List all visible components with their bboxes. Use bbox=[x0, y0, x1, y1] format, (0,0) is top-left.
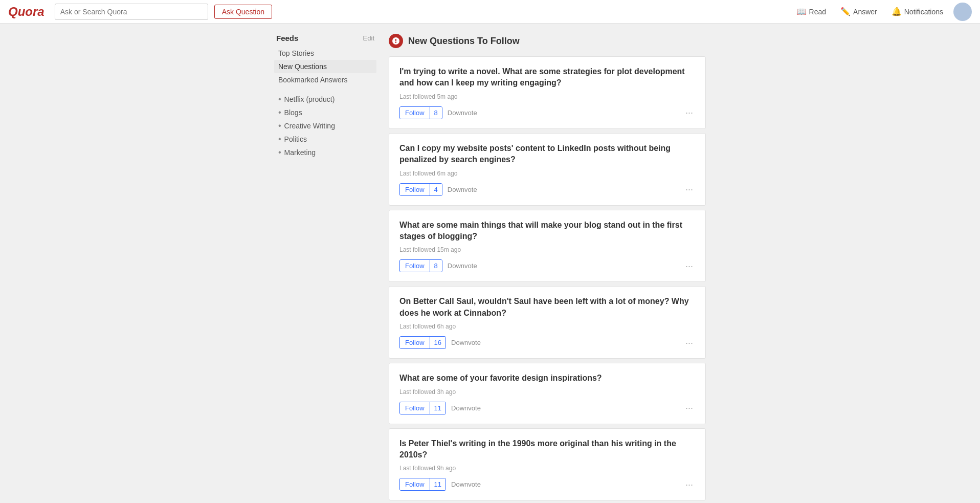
notifications-icon: 🔔 bbox=[892, 7, 902, 16]
read-icon: 📖 bbox=[796, 7, 807, 16]
question-actions: Follow 11 Downvote ··· bbox=[399, 402, 695, 414]
follow-label[interactable]: Follow bbox=[400, 478, 430, 490]
notifications-label: Notifications bbox=[904, 8, 943, 16]
quora-logo[interactable]: Quora bbox=[8, 5, 44, 19]
follow-count[interactable]: 4 bbox=[430, 184, 442, 195]
more-options-button[interactable]: ··· bbox=[683, 261, 695, 271]
question-card: On Better Call Saul, wouldn't Saul have … bbox=[389, 286, 706, 359]
follow-button[interactable]: Follow 8 bbox=[399, 259, 442, 272]
downvote-button[interactable]: Downvote bbox=[451, 402, 481, 414]
question-title[interactable]: What are some of your favorite design in… bbox=[399, 373, 695, 384]
more-options-button[interactable]: ··· bbox=[683, 185, 695, 194]
notifications-nav-item[interactable]: 🔔 Notifications bbox=[887, 5, 947, 18]
topic-label: Marketing bbox=[284, 148, 316, 157]
sidebar: Feeds Edit Top StoriesNew QuestionsBookm… bbox=[274, 34, 376, 503]
question-title[interactable]: On Better Call Saul, wouldn't Saul have … bbox=[399, 296, 695, 319]
question-actions: Follow 11 Downvote ··· bbox=[399, 478, 695, 491]
follow-button[interactable]: Follow 4 bbox=[399, 183, 442, 196]
sidebar-topic-blogs[interactable]: • Blogs bbox=[274, 106, 376, 119]
follow-label[interactable]: Follow bbox=[400, 184, 430, 195]
topic-label: Blogs bbox=[284, 108, 302, 117]
bullet-icon: • bbox=[278, 135, 281, 144]
bullet-icon: • bbox=[278, 108, 281, 117]
follow-button[interactable]: Follow 8 bbox=[399, 106, 442, 119]
sidebar-item-bookmarked-answers[interactable]: Bookmarked Answers bbox=[274, 73, 376, 86]
more-options-button[interactable]: ··· bbox=[683, 108, 695, 117]
svg-rect-1 bbox=[395, 39, 396, 41]
question-meta: Last followed 6h ago bbox=[399, 323, 695, 330]
downvote-button[interactable]: Downvote bbox=[448, 260, 477, 272]
new-questions-icon bbox=[392, 37, 399, 45]
more-options-button[interactable]: ··· bbox=[683, 403, 695, 412]
sidebar-item-top-stories[interactable]: Top Stories bbox=[274, 47, 376, 60]
bullet-icon: • bbox=[278, 95, 281, 104]
sidebar-topic-politics[interactable]: • Politics bbox=[274, 133, 376, 146]
downvote-button[interactable]: Downvote bbox=[448, 184, 477, 195]
sidebar-topic-creative-writing[interactable]: • Creative Writing bbox=[274, 119, 376, 133]
more-options-button[interactable]: ··· bbox=[683, 480, 695, 489]
follow-count[interactable]: 11 bbox=[430, 402, 446, 414]
svg-rect-2 bbox=[395, 42, 396, 43]
topic-label: Politics bbox=[284, 135, 307, 143]
answer-label: Answer bbox=[853, 8, 877, 16]
downvote-button[interactable]: Downvote bbox=[451, 337, 481, 348]
follow-button[interactable]: Follow 16 bbox=[399, 336, 446, 349]
follow-label[interactable]: Follow bbox=[400, 337, 430, 348]
more-options-button[interactable]: ··· bbox=[683, 338, 695, 347]
sidebar-item-new-questions[interactable]: New Questions bbox=[274, 60, 376, 73]
follow-count[interactable]: 11 bbox=[430, 478, 446, 490]
search-input[interactable] bbox=[55, 4, 208, 20]
follow-count[interactable]: 8 bbox=[430, 260, 442, 272]
read-label: Read bbox=[809, 8, 826, 16]
sidebar-topic-marketing[interactable]: • Marketing bbox=[274, 146, 376, 159]
topic-label: Netflix (product) bbox=[284, 95, 335, 103]
avatar[interactable] bbox=[953, 3, 972, 21]
answer-icon: ✏️ bbox=[840, 7, 851, 16]
question-card: I'm trying to write a novel. What are so… bbox=[389, 56, 706, 129]
question-actions: Follow 4 Downvote ··· bbox=[399, 183, 695, 196]
main-container: Feeds Edit Top StoriesNew QuestionsBookm… bbox=[0, 24, 980, 503]
follow-button[interactable]: Follow 11 bbox=[399, 402, 446, 414]
read-nav-item[interactable]: 📖 Read bbox=[792, 5, 830, 18]
content-area: New Questions To Follow I'm trying to wr… bbox=[389, 34, 706, 503]
question-card: What are some main things that will make… bbox=[389, 210, 706, 282]
sidebar-section-header: Feeds Edit bbox=[274, 34, 376, 42]
sidebar-topic-netflix[interactable]: • Netflix (product) bbox=[274, 93, 376, 106]
question-actions: Follow 16 Downvote ··· bbox=[399, 336, 695, 349]
bullet-icon: • bbox=[278, 148, 281, 157]
question-card: What are some of your favorite design in… bbox=[389, 363, 706, 424]
page-header: New Questions To Follow bbox=[389, 34, 706, 48]
question-meta: Last followed 9h ago bbox=[399, 465, 695, 472]
follow-button[interactable]: Follow 11 bbox=[399, 478, 446, 491]
question-title[interactable]: I'm trying to write a novel. What are so… bbox=[399, 66, 695, 89]
downvote-button[interactable]: Downvote bbox=[451, 478, 481, 490]
question-meta: Last followed 5m ago bbox=[399, 93, 695, 100]
header: Quora Ask Question 📖 Read ✏️ Answer 🔔 No… bbox=[0, 0, 980, 24]
page-header-icon bbox=[389, 34, 403, 48]
questions-list: I'm trying to write a novel. What are so… bbox=[389, 56, 706, 500]
sidebar-nav: Top StoriesNew QuestionsBookmarked Answe… bbox=[274, 47, 376, 86]
ask-question-button[interactable]: Ask Question bbox=[214, 5, 272, 19]
edit-feeds-link[interactable]: Edit bbox=[363, 34, 374, 42]
question-title[interactable]: What are some main things that will make… bbox=[399, 220, 695, 243]
downvote-button[interactable]: Downvote bbox=[448, 107, 477, 119]
question-actions: Follow 8 Downvote ··· bbox=[399, 259, 695, 272]
follow-label[interactable]: Follow bbox=[400, 402, 430, 414]
follow-count[interactable]: 8 bbox=[430, 107, 442, 119]
question-title[interactable]: Can I copy my website posts' content to … bbox=[399, 143, 695, 166]
topic-label: Creative Writing bbox=[284, 122, 335, 130]
page-title: New Questions To Follow bbox=[408, 36, 520, 47]
answer-nav-item[interactable]: ✏️ Answer bbox=[836, 5, 881, 18]
bullet-icon: • bbox=[278, 121, 281, 130]
question-actions: Follow 8 Downvote ··· bbox=[399, 106, 695, 119]
follow-count[interactable]: 16 bbox=[430, 337, 446, 348]
question-meta: Last followed 15m ago bbox=[399, 246, 695, 253]
question-meta: Last followed 3h ago bbox=[399, 388, 695, 396]
question-card: Is Peter Thiel's writing in the 1990s mo… bbox=[389, 428, 706, 501]
sidebar-topics: • Netflix (product)• Blogs• Creative Wri… bbox=[274, 93, 376, 159]
question-meta: Last followed 6m ago bbox=[399, 170, 695, 177]
follow-label[interactable]: Follow bbox=[400, 260, 430, 272]
follow-label[interactable]: Follow bbox=[400, 107, 430, 119]
question-title[interactable]: Is Peter Thiel's writing in the 1990s mo… bbox=[399, 438, 695, 461]
feeds-title: Feeds bbox=[276, 34, 298, 42]
